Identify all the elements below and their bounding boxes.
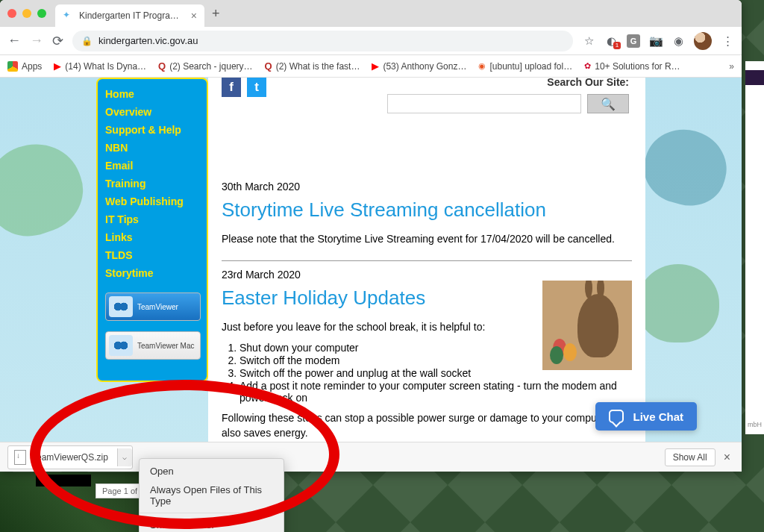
menu-open[interactable]: Open (140, 462, 284, 481)
nav-training[interactable]: Training (105, 175, 207, 193)
download-menu-button[interactable]: ⌵ (117, 448, 132, 466)
article-date: 23rd March 2020 (222, 269, 632, 281)
new-tab-button[interactable]: + (212, 6, 220, 22)
list-item: Add a post it note reminder to your comp… (239, 380, 632, 404)
nav-storytime[interactable]: Storytime (105, 264, 207, 282)
teamviewer-icon (109, 296, 133, 317)
page-indicator: Page 1 of (96, 484, 144, 498)
bookmark-item[interactable]: Q(2) What is the fast… (265, 60, 360, 72)
download-context-menu: Open Always Open Files of This Type Show… (139, 458, 284, 532)
address-bar[interactable]: 🔒 kindergarten.vic.gov.au (72, 31, 573, 51)
nav-support[interactable]: Support & Help (105, 121, 207, 139)
browser-tab[interactable]: ✦ Kindergarten IT Program - Welco × (55, 4, 204, 27)
divider (222, 260, 632, 261)
browser-toolbar: ← → ⟳ 🔒 kindergarten.vic.gov.au ☆ ◐ G 📷 … (0, 27, 742, 55)
window-titlebar: ✦ Kindergarten IT Program - Welco × + (0, 0, 742, 27)
browser-window: ✦ Kindergarten IT Program - Welco × + ← … (0, 0, 742, 472)
nav-links[interactable]: Links (105, 228, 207, 246)
nav-nbn[interactable]: NBN (105, 139, 207, 157)
back-button[interactable]: ← (7, 33, 21, 48)
profile-avatar[interactable] (694, 32, 712, 50)
article-date: 30th March 2020 (222, 181, 632, 193)
bookmark-item[interactable]: ◉[ubuntu] upload fol… (478, 61, 572, 72)
window-minimize-icon[interactable] (22, 9, 31, 18)
nav-webpublishing[interactable]: Web Publishing (105, 193, 207, 210)
show-all-button[interactable]: Show All (665, 448, 716, 466)
apps-bookmark[interactable]: Apps (7, 61, 42, 72)
reload-button[interactable]: ⟳ (52, 33, 63, 49)
huawei-icon: ✿ (584, 61, 591, 71)
star-icon[interactable]: ☆ (582, 34, 595, 48)
tab-title: Kindergarten IT Program - Welco (79, 10, 187, 21)
url-text: kindergarten.vic.gov.au (98, 35, 198, 46)
download-filename: TeamViewerQS.zip (32, 452, 108, 463)
teamviewer-icon (109, 335, 133, 356)
menu-always-open[interactable]: Always Open Files of This Type (140, 481, 284, 510)
grammarly-icon[interactable]: G (627, 34, 640, 48)
bookmarks-overflow-icon[interactable]: » (729, 61, 734, 72)
bookmark-item[interactable]: ▶(53) Anthony Gonz… (372, 60, 466, 72)
search-label: Search Our Site: (387, 78, 629, 88)
chat-icon (609, 410, 624, 423)
camera-icon[interactable]: 📷 (649, 34, 663, 48)
nav-overview[interactable]: Overview (105, 103, 207, 121)
site-search-button[interactable]: 🔍 (587, 94, 629, 113)
article-outro: Following these steps can stop a possibl… (222, 411, 632, 440)
nav-tlds[interactable]: TLDS (105, 246, 207, 264)
teamviewer-button[interactable]: TeamViewer (105, 292, 201, 321)
quora-icon: Q (265, 60, 272, 72)
forward-button: → (30, 33, 43, 48)
quora-icon: Q (158, 60, 166, 72)
nav-ittips[interactable]: IT Tips (105, 210, 207, 228)
lock-icon: 🔒 (81, 36, 93, 46)
page-viewport: Home Overview Support & Help NBN Email T… (0, 78, 742, 472)
file-icon (14, 450, 26, 465)
article-title-link[interactable]: Easter Holiday Updates (222, 287, 425, 309)
bookmark-item[interactable]: Q(2) Search - jquery… (158, 60, 253, 72)
live-chat-button[interactable]: Live Chat (595, 402, 697, 431)
background-window-strip: mbH (745, 61, 764, 434)
bookmark-item[interactable]: ▶(14) What Is Dyna… (54, 60, 146, 72)
site-sidebar: Home Overview Support & Help NBN Email T… (96, 78, 208, 382)
menu-show-in-finder[interactable]: Show in Finder (140, 516, 284, 532)
favicon-icon: ✦ (63, 10, 75, 22)
eye-icon[interactable]: ◉ (671, 34, 685, 48)
nav-email[interactable]: Email (105, 157, 207, 175)
tab-close-icon[interactable]: × (191, 10, 197, 22)
download-item[interactable]: TeamViewerQS.zip ⌵ (7, 445, 133, 469)
facebook-icon[interactable]: f (222, 78, 241, 97)
search-icon: 🔍 (601, 97, 616, 111)
teamviewer-mac-button[interactable]: TeamViewer Mac (105, 331, 201, 360)
nav-home[interactable]: Home (105, 85, 207, 103)
apps-icon (7, 61, 18, 72)
bookmark-item[interactable]: ✿10+ Solutions for R… (584, 61, 680, 72)
download-bar: TeamViewerQS.zip ⌵ Show All × (0, 442, 742, 472)
close-download-bar-icon[interactable]: × (720, 451, 734, 464)
youtube-icon: ▶ (372, 60, 379, 72)
window-close-icon[interactable] (7, 9, 16, 18)
extension-icon[interactable]: ◐ (604, 34, 618, 48)
youtube-icon: ▶ (54, 60, 61, 72)
twitter-icon[interactable]: t (247, 78, 266, 97)
site-search-input[interactable] (387, 94, 581, 113)
menu-icon[interactable]: ⋮ (721, 34, 734, 48)
article-body: Please note that the Storytime Live Stre… (222, 232, 632, 247)
main-content: Search Our Site: 🔍 f t 30th March 2020 S… (208, 78, 645, 472)
window-zoom-icon[interactable] (37, 9, 46, 18)
ubuntu-icon: ◉ (478, 61, 486, 71)
bookmarks-bar: Apps ▶(14) What Is Dyna… Q(2) Search - j… (0, 55, 742, 78)
easter-bunny-image (542, 281, 632, 370)
article-title-link[interactable]: Storytime Live Streaming cancellation (222, 198, 546, 221)
